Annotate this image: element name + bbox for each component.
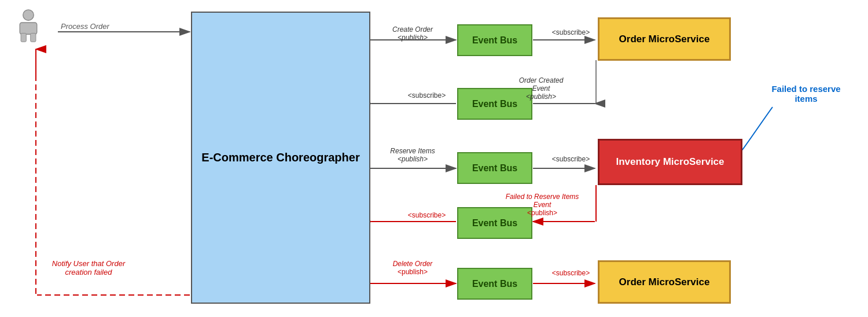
order-created-label: Order CreatedEvent<publish> bbox=[503, 76, 579, 101]
event-bus-1: Event Bus bbox=[457, 24, 532, 56]
event-bus-3: Event Bus bbox=[457, 152, 532, 184]
diagram: Process Order E-Commerce Choreographer E… bbox=[0, 0, 868, 317]
inventory-microservice: Inventory MicroService bbox=[598, 139, 742, 185]
choreographer-box: E-Commerce Choreographer bbox=[191, 12, 370, 304]
order-microservice-2: Order MicroService bbox=[598, 260, 731, 304]
subscribe-label-3: <subscribe> bbox=[546, 155, 595, 163]
process-order-label: Process Order bbox=[61, 22, 109, 31]
subscribe-label-5: <subscribe> bbox=[546, 269, 595, 277]
subscribe-label-1: <subscribe> bbox=[546, 28, 595, 36]
actor bbox=[14, 9, 42, 43]
create-order-label: Create Order <publish> bbox=[375, 25, 450, 42]
failed-reserve-annotation: Failed to reserveitems bbox=[757, 84, 855, 104]
subscribe-label-4: <subscribe> bbox=[402, 211, 451, 219]
delete-order-label: Delete Order <publish> bbox=[375, 260, 450, 276]
svg-rect-25 bbox=[21, 33, 26, 42]
failed-reserve-label: Failed to Reserve ItemsEvent <publish> bbox=[499, 193, 586, 217]
order-microservice-1: Order MicroService bbox=[598, 17, 731, 61]
subscribe-label-2: <subscribe> bbox=[402, 91, 451, 99]
actor-icon bbox=[14, 9, 42, 43]
svg-point-23 bbox=[23, 10, 34, 20]
event-bus-5: Event Bus bbox=[457, 268, 532, 300]
svg-rect-26 bbox=[31, 33, 36, 42]
svg-rect-24 bbox=[20, 23, 37, 34]
reserve-items-label: Reserve Items <publish> bbox=[375, 147, 450, 163]
notify-user-label: Notify User that Ordercreation failed bbox=[45, 259, 132, 277]
